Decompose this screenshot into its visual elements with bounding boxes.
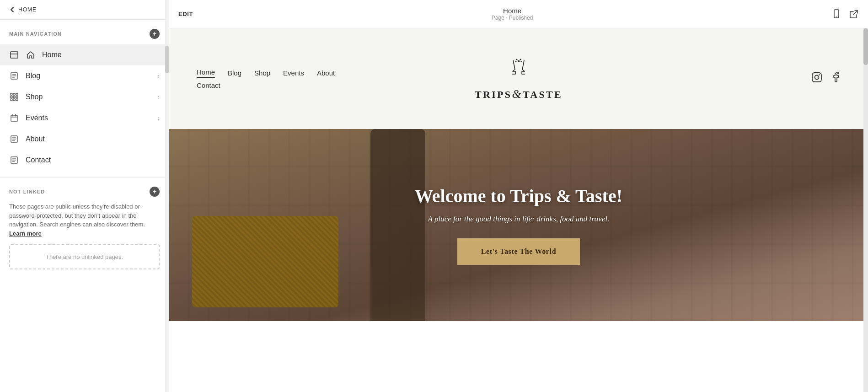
svg-rect-33 — [812, 73, 821, 82]
no-unlinked-pages-notice: There are no unlinked pages. — [9, 244, 160, 269]
svg-point-34 — [815, 75, 819, 80]
facebook-icon[interactable] — [830, 72, 841, 86]
svg-point-28 — [836, 16, 837, 17]
hero-mat-decoration — [192, 216, 338, 307]
topbar: EDIT Home Page · Published — [169, 0, 868, 28]
nav-item-home-label: Home — [42, 51, 160, 59]
nav-item-blog-arrow: › — [157, 72, 160, 80]
sidebar-scrollbar-track — [165, 0, 169, 392]
svg-rect-15 — [11, 115, 17, 121]
back-to-home-button[interactable]: HOME — [9, 6, 37, 13]
nav-item-home[interactable]: Home — [0, 44, 169, 65]
svg-rect-14 — [16, 99, 18, 101]
svg-point-31 — [516, 59, 518, 60]
site-nav-blog[interactable]: Blog — [228, 69, 241, 77]
svg-line-29 — [853, 11, 857, 15]
external-link-button[interactable] — [849, 9, 859, 19]
nav-item-events-label: Events — [26, 114, 157, 122]
sidebar: HOME MAIN NAVIGATION + Home — [0, 0, 169, 392]
nav-item-shop[interactable]: Shop › — [0, 86, 169, 107]
not-linked-title: NOT LINKED + — [9, 187, 160, 197]
site-nav-bottom-row: Contact — [197, 81, 335, 90]
learn-more-link[interactable]: Learn more — [9, 230, 42, 237]
main-area: EDIT Home Page · Published — [169, 0, 868, 392]
preview-scrollbar-track — [863, 28, 868, 392]
home-page-icon — [9, 50, 19, 60]
sidebar-scrollbar-thumb[interactable] — [165, 46, 169, 73]
site-social-links — [811, 72, 841, 86]
hero-title: Welcome to Trips & Taste! — [381, 185, 656, 207]
site-header: Home Blog Shop Events About Contact — [169, 28, 868, 129]
blog-icon — [9, 71, 19, 81]
svg-point-32 — [520, 59, 521, 60]
site-nav-shop[interactable]: Shop — [254, 69, 270, 77]
site-nav-top-row: Home Blog Shop Events About — [197, 68, 335, 78]
nav-item-contact-label: Contact — [26, 156, 160, 164]
site-navigation: Home Blog Shop Events About Contact — [197, 68, 335, 90]
svg-rect-12 — [11, 99, 12, 101]
not-linked-section: NOT LINKED + These pages are public unle… — [0, 177, 169, 279]
nav-item-blog-label: Blog — [26, 72, 157, 80]
edit-button[interactable]: EDIT — [178, 11, 193, 17]
add-nav-item-button[interactable]: + — [150, 29, 160, 39]
back-label: HOME — [18, 6, 37, 13]
site-nav-home[interactable]: Home — [197, 68, 215, 78]
svg-rect-7 — [13, 93, 15, 95]
svg-rect-13 — [13, 99, 15, 101]
mobile-icon — [831, 9, 841, 19]
nav-item-contact[interactable]: Contact — [0, 150, 169, 171]
website-preview: Home Blog Shop Events About Contact — [169, 28, 868, 392]
nav-item-blog[interactable]: Blog › — [0, 65, 169, 86]
nav-list: Home Blog › — [0, 43, 169, 172]
topbar-page-title: Home — [492, 7, 533, 15]
nav-item-events-arrow: › — [157, 114, 160, 122]
contact-icon — [9, 155, 19, 165]
hero-content: Welcome to Trips & Taste! A place for th… — [381, 185, 656, 265]
site-logo: TRIPS&TASTE — [475, 57, 563, 101]
topbar-page-info: Home Page · Published — [492, 7, 533, 21]
svg-rect-10 — [13, 96, 15, 98]
nav-item-shop-arrow: › — [157, 93, 160, 101]
logo-text: TRIPS&TASTE — [475, 88, 563, 101]
site-nav-events[interactable]: Events — [283, 69, 304, 77]
events-icon — [9, 113, 19, 123]
shop-icon — [9, 92, 19, 102]
site-nav-about[interactable]: About — [317, 69, 335, 77]
svg-rect-11 — [16, 96, 18, 98]
site-nav-contact[interactable]: Contact — [197, 81, 220, 89]
back-arrow-icon — [9, 6, 16, 13]
main-navigation-section: MAIN NAVIGATION + — [0, 20, 169, 43]
nav-item-about[interactable]: About — [0, 129, 169, 150]
nav-item-shop-label: Shop — [26, 93, 157, 101]
logo-glasses-icon — [475, 57, 563, 86]
mobile-preview-button[interactable] — [831, 9, 841, 19]
nav-item-about-label: About — [26, 135, 160, 143]
hero-subtitle: A place for the good things in life: dri… — [381, 215, 656, 224]
external-link-icon — [849, 9, 859, 19]
topbar-page-subtitle: Page · Published — [492, 15, 533, 21]
current-page-icon — [10, 51, 18, 59]
about-icon — [9, 134, 19, 144]
sidebar-header: HOME — [0, 0, 169, 20]
not-linked-description: These pages are public unless they're di… — [9, 202, 160, 238]
svg-point-35 — [819, 74, 820, 75]
main-navigation-title: MAIN NAVIGATION — [9, 31, 62, 37]
home-house-icon — [26, 50, 36, 60]
svg-rect-0 — [11, 52, 18, 58]
site-hero: Welcome to Trips & Taste! A place for th… — [169, 129, 868, 321]
instagram-icon[interactable] — [811, 72, 822, 86]
hero-cta-button[interactable]: Let's Taste The World — [457, 238, 580, 265]
svg-rect-6 — [11, 93, 12, 95]
topbar-actions — [831, 9, 859, 19]
nav-item-events[interactable]: Events › — [0, 107, 169, 129]
preview-scrollbar-thumb[interactable] — [863, 28, 868, 65]
svg-rect-9 — [11, 96, 12, 98]
add-unlinked-page-button[interactable]: + — [150, 187, 160, 197]
svg-rect-8 — [16, 93, 18, 95]
